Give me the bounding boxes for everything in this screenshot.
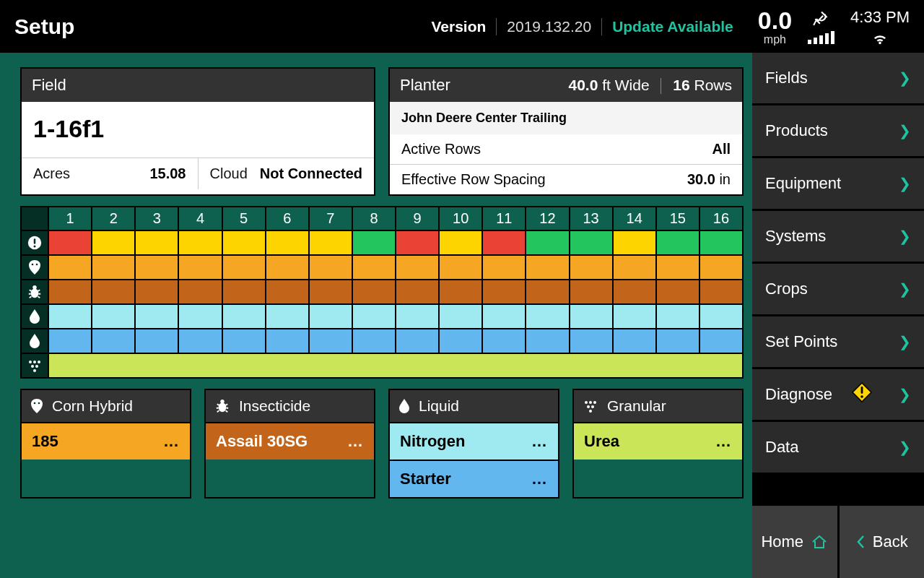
svg-point-17 (585, 401, 588, 404)
grid-corner (22, 207, 49, 230)
grid-cell (310, 254, 353, 279)
grid-cell (700, 303, 742, 328)
grid-column-header: 15 (657, 207, 700, 230)
svg-point-7 (29, 361, 32, 363)
grid-column-header: 11 (483, 207, 526, 230)
sidebar-item-data[interactable]: Data ❯ (752, 422, 924, 475)
sidebar-item-systems[interactable]: Systems ❯ (752, 211, 924, 264)
page-title: Setup (14, 14, 431, 39)
grid-cell (266, 254, 310, 279)
sidebar-item-crops[interactable]: Crops ❯ (752, 264, 924, 316)
grid-cell (700, 230, 742, 254)
grid-cell (266, 303, 310, 328)
grid-cell (526, 230, 570, 254)
grid-cell (92, 328, 136, 353)
field-card-title: Field (32, 76, 66, 95)
grid-cell (49, 353, 742, 377)
grid-cell (92, 303, 136, 328)
grid-cell (570, 303, 614, 328)
chevron-left-icon (855, 534, 866, 550)
planter-card[interactable]: Planter 40.0 ft Wide 16 Rows John Deere … (388, 67, 744, 196)
field-card[interactable]: Field 1-16f1 Acres 15.08 Cloud Not Conne… (20, 67, 375, 196)
grid-cell (92, 254, 136, 279)
grid-cell (526, 303, 570, 328)
product-item[interactable]: Nitrogen… (390, 422, 558, 460)
grid-cell (657, 328, 700, 353)
chevron-right-icon: ❯ (899, 333, 911, 350)
time-indicator: 4:33 PM (850, 8, 910, 46)
planter-dimensions: 40.0 ft Wide 16 Rows (569, 77, 732, 94)
grid-cell (49, 230, 92, 254)
grid-cell (92, 279, 136, 303)
grid-column-header: 10 (440, 207, 483, 230)
product-header: Corn Hybrid (22, 390, 190, 422)
svg-point-15 (219, 402, 227, 412)
grid-cell (440, 303, 483, 328)
product-item[interactable]: Assail 30SG… (206, 422, 374, 460)
back-button[interactable]: Back (840, 506, 925, 578)
sidebar-item-label: Set Points (765, 332, 837, 351)
sidebar-item-label: Products (765, 121, 828, 140)
sidebar-item-label: Systems (765, 227, 826, 246)
home-button[interactable]: Home (752, 506, 837, 578)
grid-column-header: 2 (92, 207, 136, 230)
gps-indicator (808, 8, 834, 44)
product-item[interactable]: 185… (22, 422, 190, 460)
svg-point-22 (589, 410, 592, 413)
svg-point-20 (587, 405, 590, 408)
divider (661, 78, 661, 94)
sidebar-item-products[interactable]: Products ❯ (752, 105, 924, 158)
grid-cell (49, 328, 92, 353)
satellite-icon (812, 8, 831, 27)
grid-column-header: 8 (353, 207, 396, 230)
cloud-label: Cloud (210, 165, 248, 182)
version-number: 2019.132.20 (507, 18, 591, 35)
grid-cell (440, 254, 483, 279)
sidebar-item-set points[interactable]: Set Points ❯ (752, 316, 924, 369)
product-item[interactable]: Starter… (390, 460, 558, 497)
field-acres: Acres 15.08 (22, 158, 198, 189)
sidebar-item-fields[interactable]: Fields ❯ (752, 53, 924, 105)
acres-label: Acres (33, 165, 70, 182)
sidebar-item-diagnose[interactable]: Diagnose ❯ (752, 369, 924, 422)
svg-point-8 (33, 361, 36, 363)
grid-column-header: 16 (700, 207, 742, 230)
home-icon (811, 534, 828, 550)
grid-cell (49, 279, 92, 303)
product-item[interactable]: Urea… (574, 422, 742, 460)
grid-cell (570, 254, 614, 279)
chevron-right-icon: ❯ (899, 439, 911, 456)
grid-row (22, 328, 742, 353)
more-icon: … (531, 470, 548, 488)
grid-column-header: 4 (179, 207, 222, 230)
chevron-right-icon: ❯ (899, 386, 911, 403)
update-available-link[interactable]: Update Available (612, 18, 733, 35)
product-item-name: Urea (584, 432, 619, 451)
planter-model: John Deere Center Trailing (390, 102, 742, 134)
product-box-granular: Granular Urea… (572, 389, 744, 499)
svg-point-21 (591, 405, 594, 408)
svg-point-11 (35, 365, 38, 368)
granular-icon (22, 353, 49, 377)
planter-rows-value: 16 (673, 77, 689, 93)
speed-unit: mph (758, 34, 792, 46)
grid-cell (266, 328, 310, 353)
grid-cell (657, 303, 700, 328)
active-rows-label: Active Rows (401, 141, 481, 158)
speed-value: 0.0 (758, 8, 792, 33)
grid-column-header: 1 (49, 207, 92, 230)
planter-active-rows: Active Rows All (390, 134, 742, 164)
product-title: Granular (607, 397, 666, 415)
product-box-liquid: Liquid Nitrogen…Starter… (388, 389, 559, 499)
grid-cell (483, 254, 526, 279)
sidebar-item-label: Data (765, 438, 798, 457)
more-icon: … (163, 432, 180, 451)
grid-cell (223, 279, 266, 303)
svg-point-9 (38, 361, 40, 363)
grid-cell (223, 254, 266, 279)
clock-time: 4:33 PM (850, 8, 910, 27)
sidebar-item-equipment[interactable]: Equipment ❯ (752, 158, 924, 211)
grid-row (22, 353, 742, 377)
sidebar-footer: Home Back (752, 506, 924, 578)
acres-value: 15.08 (149, 165, 186, 182)
